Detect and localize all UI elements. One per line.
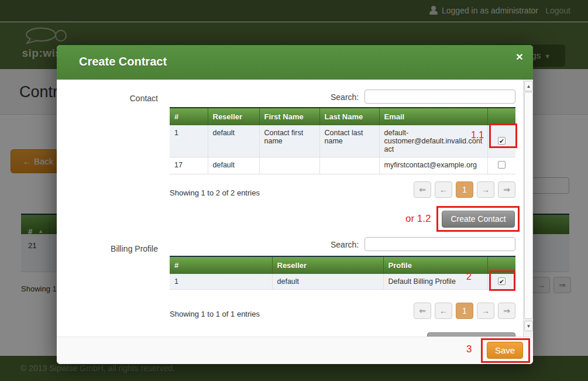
page-number-button[interactable]: 1 bbox=[456, 181, 473, 198]
contact-table-header-row: # Reseller First Name Last Name Email bbox=[170, 108, 515, 125]
annotation-1-1: 1.1 bbox=[471, 130, 484, 140]
col-profile[interactable]: Profile bbox=[383, 256, 487, 274]
scroll-down-icon[interactable]: ▼ bbox=[524, 321, 533, 331]
page-prev-button[interactable]: ← bbox=[435, 303, 452, 319]
billing-table-header-row: # Reseller Profile bbox=[170, 256, 515, 274]
page-last-button[interactable]: ⇒ bbox=[498, 303, 515, 319]
cell-first-name: Contact first name bbox=[259, 125, 319, 157]
page-first-button[interactable]: ⇐ bbox=[414, 303, 431, 319]
contact-row-2-checkbox[interactable] bbox=[498, 161, 506, 169]
contact-row-2[interactable]: 17 default myfirstcontact@example.org bbox=[170, 157, 515, 174]
close-icon[interactable]: × bbox=[516, 50, 523, 64]
col-id[interactable]: # bbox=[170, 256, 272, 274]
contact-pagination: ⇐←1→⇒ bbox=[414, 181, 515, 198]
cell-profile: Default Billing Profile bbox=[383, 274, 487, 290]
col-email[interactable]: Email bbox=[379, 108, 487, 125]
page-number-button[interactable]: 1 bbox=[456, 303, 473, 319]
modal-footer: 3 Save bbox=[57, 337, 533, 364]
cell-reseller: default bbox=[208, 125, 259, 157]
annotation-3: 3 bbox=[466, 344, 472, 355]
billing-showing-text: Showing 1 to 1 of 1 entries bbox=[170, 310, 260, 318]
scrollbar-thumb[interactable] bbox=[524, 92, 533, 319]
col-first-name[interactable]: First Name bbox=[259, 108, 319, 125]
billing-table: # Reseller Profile 1 default Default Bil… bbox=[170, 256, 515, 290]
modal-title: Create Contract bbox=[79, 55, 167, 68]
col-reseller[interactable]: Reseller bbox=[272, 256, 383, 274]
highlight-contact-checkbox bbox=[489, 123, 517, 148]
create-billing-profile-button-clipped[interactable] bbox=[427, 332, 515, 337]
contact-search-input[interactable] bbox=[365, 90, 515, 104]
cell-first-name bbox=[259, 157, 319, 174]
page-first-button[interactable]: ⇐ bbox=[414, 181, 431, 198]
cell-last-name: Contact last name bbox=[319, 125, 379, 157]
contact-row-1[interactable]: 1 default Contact first name Contact las… bbox=[170, 125, 515, 157]
cell-id: 1 bbox=[170, 274, 272, 290]
highlight-billing-checkbox bbox=[489, 270, 515, 291]
cell-last-name bbox=[319, 157, 379, 174]
billing-pagination: ⇐←1→⇒ bbox=[414, 303, 515, 319]
highlight-create-contact bbox=[436, 206, 520, 232]
page-next-button[interactable]: → bbox=[477, 303, 494, 319]
page-next-button[interactable]: → bbox=[477, 181, 494, 198]
billing-search-input[interactable] bbox=[365, 237, 515, 251]
col-reseller[interactable]: Reseller bbox=[208, 108, 259, 125]
annotation-2: 2 bbox=[466, 272, 472, 282]
highlight-save bbox=[481, 338, 530, 363]
cell-id: 1 bbox=[170, 125, 208, 157]
cell-reseller: default bbox=[208, 157, 259, 174]
screen: Logged in as administrator Logout sip:wi… bbox=[0, 0, 588, 381]
page-prev-button[interactable]: ← bbox=[435, 181, 452, 198]
contact-section-label: Contact bbox=[88, 94, 158, 103]
cell-reseller: default bbox=[272, 274, 383, 290]
col-select bbox=[487, 108, 515, 125]
contact-search-label: Search: bbox=[331, 92, 359, 102]
billing-row-1[interactable]: 1 default Default Billing Profile ✔ bbox=[170, 274, 515, 290]
scroll-up-icon[interactable]: ▲ bbox=[524, 81, 533, 91]
billing-search-label: Search: bbox=[331, 240, 359, 249]
modal-header: Create Contract × bbox=[57, 45, 533, 80]
cell-id: 17 bbox=[170, 157, 208, 174]
contact-showing-text: Showing 1 to 2 of 2 entries bbox=[170, 188, 260, 197]
page-last-button[interactable]: ⇒ bbox=[498, 181, 515, 198]
modal-body: Contact Search: # Reseller First Name La… bbox=[57, 80, 533, 337]
col-last-name[interactable]: Last Name bbox=[319, 108, 379, 125]
cell-email: myfirstcontact@example.org bbox=[379, 157, 487, 174]
create-contract-modal: Create Contract × Contact Search: # Rese… bbox=[57, 45, 533, 364]
col-id[interactable]: # bbox=[170, 108, 208, 125]
billing-section-label: Billing Profile bbox=[88, 244, 158, 253]
contact-table: # Reseller First Name Last Name Email 1 … bbox=[170, 107, 515, 174]
modal-scrollbar[interactable]: ▲ ▼ bbox=[523, 80, 533, 337]
annotation-or-1-2: or 1.2 bbox=[405, 213, 431, 225]
